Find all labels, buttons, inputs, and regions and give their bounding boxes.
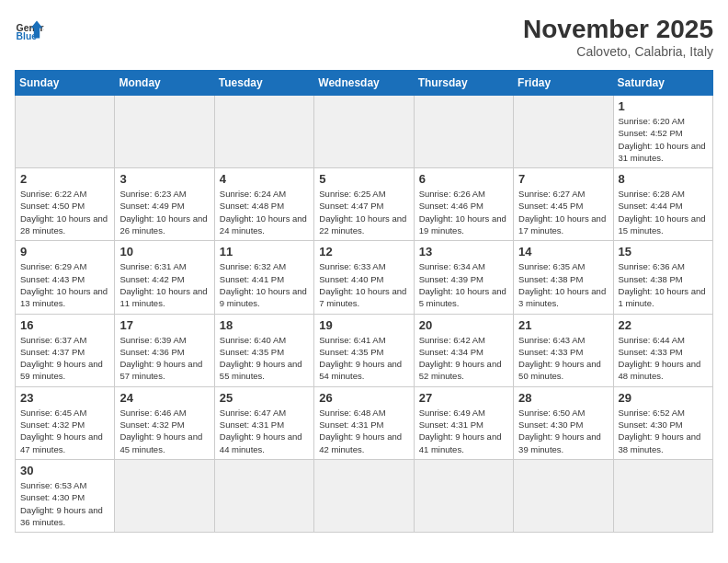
calendar-day-cell: 4Sunrise: 6:24 AMSunset: 4:48 PMDaylight… xyxy=(214,168,313,241)
month-title: November 2025 xyxy=(523,15,713,44)
day-number: 2 xyxy=(20,172,109,186)
calendar-day-cell: 17Sunrise: 6:39 AMSunset: 4:36 PMDayligh… xyxy=(115,314,214,386)
day-info: Sunrise: 6:28 AMSunset: 4:44 PMDaylight:… xyxy=(619,188,708,236)
calendar-day-cell: 7Sunrise: 6:27 AMSunset: 4:45 PMDaylight… xyxy=(514,168,613,241)
calendar-day-cell xyxy=(115,459,214,532)
day-number: 14 xyxy=(518,245,608,259)
calendar-week-row: 30Sunrise: 6:53 AMSunset: 4:30 PMDayligh… xyxy=(16,459,713,532)
day-number: 8 xyxy=(619,172,708,186)
day-number: 25 xyxy=(220,391,309,405)
calendar-day-cell: 20Sunrise: 6:42 AMSunset: 4:34 PMDayligh… xyxy=(414,314,513,386)
calendar-day-cell: 27Sunrise: 6:49 AMSunset: 4:31 PMDayligh… xyxy=(414,386,513,459)
calendar-day-cell: 12Sunrise: 6:33 AMSunset: 4:40 PMDayligh… xyxy=(314,241,414,314)
day-info: Sunrise: 6:42 AMSunset: 4:34 PMDaylight:… xyxy=(419,334,508,383)
calendar-week-row: 23Sunrise: 6:45 AMSunset: 4:32 PMDayligh… xyxy=(16,386,713,459)
day-info: Sunrise: 6:24 AMSunset: 4:48 PMDaylight:… xyxy=(220,188,309,236)
day-info: Sunrise: 6:22 AMSunset: 4:50 PMDaylight:… xyxy=(20,188,109,236)
day-info: Sunrise: 6:41 AMSunset: 4:35 PMDaylight:… xyxy=(319,334,408,383)
day-number: 26 xyxy=(319,391,408,405)
day-number: 22 xyxy=(619,318,708,332)
header-friday: Friday xyxy=(514,71,613,96)
day-info: Sunrise: 6:26 AMSunset: 4:46 PMDaylight:… xyxy=(419,188,508,236)
day-number: 24 xyxy=(119,391,209,405)
day-info: Sunrise: 6:27 AMSunset: 4:45 PMDaylight:… xyxy=(518,188,608,236)
day-info: Sunrise: 6:36 AMSunset: 4:38 PMDaylight:… xyxy=(619,260,708,309)
calendar-day-cell xyxy=(514,96,613,168)
calendar-day-cell: 30Sunrise: 6:53 AMSunset: 4:30 PMDayligh… xyxy=(16,459,115,532)
day-info: Sunrise: 6:31 AMSunset: 4:42 PMDaylight:… xyxy=(119,260,209,309)
calendar-day-cell: 18Sunrise: 6:40 AMSunset: 4:35 PMDayligh… xyxy=(214,314,313,386)
day-info: Sunrise: 6:53 AMSunset: 4:30 PMDaylight:… xyxy=(20,479,109,528)
calendar-day-cell xyxy=(314,459,414,532)
calendar-day-cell: 13Sunrise: 6:34 AMSunset: 4:39 PMDayligh… xyxy=(414,241,513,314)
title-area: November 2025 Caloveto, Calabria, Italy xyxy=(523,15,713,59)
day-number: 6 xyxy=(419,172,508,186)
calendar-day-cell xyxy=(214,459,313,532)
day-info: Sunrise: 6:39 AMSunset: 4:36 PMDaylight:… xyxy=(119,334,209,383)
calendar-day-cell: 5Sunrise: 6:25 AMSunset: 4:47 PMDaylight… xyxy=(314,168,414,241)
calendar-day-cell: 29Sunrise: 6:52 AMSunset: 4:30 PMDayligh… xyxy=(613,386,712,459)
day-number: 10 xyxy=(119,245,209,259)
calendar-day-cell: 14Sunrise: 6:35 AMSunset: 4:38 PMDayligh… xyxy=(514,241,613,314)
calendar-day-cell: 1Sunrise: 6:20 AMSunset: 4:52 PMDaylight… xyxy=(613,96,712,168)
header-saturday: Saturday xyxy=(613,71,712,96)
calendar-day-cell: 22Sunrise: 6:44 AMSunset: 4:33 PMDayligh… xyxy=(613,314,712,386)
calendar-day-cell: 3Sunrise: 6:23 AMSunset: 4:49 PMDaylight… xyxy=(115,168,214,241)
calendar-day-cell: 26Sunrise: 6:48 AMSunset: 4:31 PMDayligh… xyxy=(314,386,414,459)
day-number: 18 xyxy=(220,318,309,332)
calendar-week-row: 1Sunrise: 6:20 AMSunset: 4:52 PMDaylight… xyxy=(16,96,713,168)
day-info: Sunrise: 6:40 AMSunset: 4:35 PMDaylight:… xyxy=(220,334,309,383)
calendar-day-cell: 11Sunrise: 6:32 AMSunset: 4:41 PMDayligh… xyxy=(214,241,313,314)
day-info: Sunrise: 6:33 AMSunset: 4:40 PMDaylight:… xyxy=(319,260,408,309)
calendar-day-cell: 19Sunrise: 6:41 AMSunset: 4:35 PMDayligh… xyxy=(314,314,414,386)
day-number: 7 xyxy=(518,172,608,186)
calendar-day-cell: 25Sunrise: 6:47 AMSunset: 4:31 PMDayligh… xyxy=(214,386,313,459)
logo-icon: General Blue xyxy=(15,15,44,44)
logo: General Blue xyxy=(15,15,44,44)
header-thursday: Thursday xyxy=(414,71,513,96)
calendar-day-cell: 21Sunrise: 6:43 AMSunset: 4:33 PMDayligh… xyxy=(514,314,613,386)
day-info: Sunrise: 6:47 AMSunset: 4:31 PMDaylight:… xyxy=(220,407,309,455)
day-number: 27 xyxy=(419,391,508,405)
calendar-day-cell: 23Sunrise: 6:45 AMSunset: 4:32 PMDayligh… xyxy=(16,386,115,459)
day-number: 28 xyxy=(518,391,608,405)
day-number: 21 xyxy=(518,318,608,332)
day-info: Sunrise: 6:52 AMSunset: 4:30 PMDaylight:… xyxy=(619,407,708,455)
day-number: 15 xyxy=(619,245,708,259)
calendar-day-cell xyxy=(613,459,712,532)
day-number: 12 xyxy=(319,245,408,259)
calendar-day-cell: 24Sunrise: 6:46 AMSunset: 4:32 PMDayligh… xyxy=(115,386,214,459)
calendar-day-cell xyxy=(214,96,313,168)
day-number: 13 xyxy=(419,245,508,259)
calendar-day-cell xyxy=(115,96,214,168)
header-tuesday: Tuesday xyxy=(214,71,313,96)
day-info: Sunrise: 6:32 AMSunset: 4:41 PMDaylight:… xyxy=(220,260,309,309)
day-info: Sunrise: 6:50 AMSunset: 4:30 PMDaylight:… xyxy=(518,407,608,455)
calendar-day-cell xyxy=(314,96,414,168)
day-number: 11 xyxy=(220,245,309,259)
day-info: Sunrise: 6:49 AMSunset: 4:31 PMDaylight:… xyxy=(419,407,508,455)
calendar-day-cell xyxy=(414,459,513,532)
calendar-day-cell: 2Sunrise: 6:22 AMSunset: 4:50 PMDaylight… xyxy=(16,168,115,241)
day-info: Sunrise: 6:44 AMSunset: 4:33 PMDaylight:… xyxy=(619,334,708,383)
calendar-day-cell: 9Sunrise: 6:29 AMSunset: 4:43 PMDaylight… xyxy=(16,241,115,314)
calendar-day-cell: 6Sunrise: 6:26 AMSunset: 4:46 PMDaylight… xyxy=(414,168,513,241)
calendar-week-row: 2Sunrise: 6:22 AMSunset: 4:50 PMDaylight… xyxy=(16,168,713,241)
day-number: 4 xyxy=(220,172,309,186)
day-info: Sunrise: 6:35 AMSunset: 4:38 PMDaylight:… xyxy=(518,260,608,309)
day-number: 3 xyxy=(119,172,209,186)
location-subtitle: Caloveto, Calabria, Italy xyxy=(523,44,713,59)
calendar-day-cell xyxy=(16,96,115,168)
day-info: Sunrise: 6:46 AMSunset: 4:32 PMDaylight:… xyxy=(119,407,209,455)
calendar-day-cell: 28Sunrise: 6:50 AMSunset: 4:30 PMDayligh… xyxy=(514,386,613,459)
day-number: 9 xyxy=(20,245,109,259)
day-number: 29 xyxy=(619,391,708,405)
day-info: Sunrise: 6:29 AMSunset: 4:43 PMDaylight:… xyxy=(20,260,109,309)
day-info: Sunrise: 6:37 AMSunset: 4:37 PMDaylight:… xyxy=(20,334,109,383)
calendar-table: Sunday Monday Tuesday Wednesday Thursday… xyxy=(15,70,713,533)
day-info: Sunrise: 6:34 AMSunset: 4:39 PMDaylight:… xyxy=(419,260,508,309)
header-monday: Monday xyxy=(115,71,214,96)
day-number: 1 xyxy=(619,99,708,113)
day-number: 30 xyxy=(20,464,109,477)
day-info: Sunrise: 6:45 AMSunset: 4:32 PMDaylight:… xyxy=(20,407,109,455)
